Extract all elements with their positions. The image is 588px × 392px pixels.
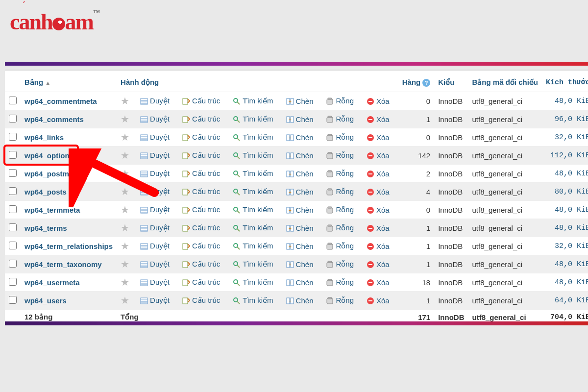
search-action[interactable]: Tìm kiếm (233, 151, 273, 160)
row-checkbox[interactable] (9, 187, 17, 195)
empty-action[interactable]: Rỗng (326, 223, 354, 232)
help-icon[interactable]: ? (422, 79, 430, 87)
structure-action[interactable]: Cấu trúc (182, 133, 220, 142)
structure-action[interactable]: Cấu trúc (182, 278, 220, 287)
favorite-star-icon[interactable]: ★ (121, 168, 129, 179)
drop-action[interactable]: Xóa (367, 242, 390, 250)
insert-action[interactable]: +Chèn (286, 187, 314, 196)
empty-action[interactable]: Rỗng (326, 260, 354, 269)
row-checkbox[interactable] (9, 296, 17, 304)
row-checkbox[interactable] (9, 97, 17, 104)
row-checkbox[interactable] (9, 133, 17, 141)
table-name-link[interactable]: wp64_term_taxonomy (24, 260, 102, 269)
favorite-star-icon[interactable]: ★ (121, 186, 129, 197)
structure-action[interactable]: Cấu trúc (182, 151, 220, 160)
drop-action[interactable]: Xóa (367, 169, 390, 178)
row-checkbox[interactable] (9, 278, 17, 286)
browse-action[interactable]: Duyệt (140, 296, 170, 305)
drop-action[interactable]: Xóa (367, 133, 390, 142)
structure-action[interactable]: Cấu trúc (182, 187, 220, 196)
search-action[interactable]: Tìm kiếm (233, 187, 273, 196)
favorite-star-icon[interactable]: ★ (121, 150, 129, 161)
search-action[interactable]: Tìm kiếm (233, 296, 273, 305)
favorite-star-icon[interactable]: ★ (121, 114, 129, 124)
insert-action[interactable]: +Chèn (286, 169, 314, 178)
empty-action[interactable]: Rỗng (326, 169, 354, 178)
empty-action[interactable]: Rỗng (326, 133, 354, 142)
drop-action[interactable]: Xóa (367, 296, 390, 305)
table-name-link[interactable]: wp64_usermeta (24, 278, 80, 287)
favorite-star-icon[interactable]: ★ (121, 241, 129, 251)
row-checkbox[interactable] (9, 223, 17, 231)
favorite-star-icon[interactable]: ★ (121, 96, 129, 106)
favorite-star-icon[interactable]: ★ (121, 132, 129, 143)
structure-action[interactable]: Cấu trúc (182, 242, 220, 250)
search-action[interactable]: Tìm kiếm (233, 260, 273, 269)
browse-action[interactable]: Duyệt (140, 205, 170, 214)
insert-action[interactable]: +Chèn (286, 133, 314, 142)
col-type[interactable]: Kiểu (434, 74, 468, 92)
row-checkbox[interactable] (9, 205, 17, 213)
drop-action[interactable]: Xóa (367, 97, 390, 105)
browse-action[interactable]: Duyệt (140, 187, 170, 196)
table-name-link[interactable]: wp64_term_relationships (24, 242, 113, 250)
row-checkbox[interactable] (9, 151, 17, 159)
table-name-link[interactable]: wp64_commentmeta (24, 97, 97, 105)
drop-action[interactable]: Xóa (367, 187, 390, 196)
search-action[interactable]: Tìm kiếm (233, 223, 273, 232)
table-name-link[interactable]: wp64_terms (24, 224, 67, 232)
search-action[interactable]: Tìm kiếm (233, 205, 273, 214)
empty-action[interactable]: Rỗng (326, 242, 354, 250)
insert-action[interactable]: +Chèn (286, 115, 314, 123)
browse-action[interactable]: Duyệt (140, 242, 170, 250)
browse-action[interactable]: Duyệt (140, 133, 170, 142)
col-rows[interactable]: Hàng? (398, 74, 435, 92)
table-name-link[interactable]: wp64_posts (24, 188, 67, 196)
structure-action[interactable]: Cấu trúc (182, 296, 220, 305)
favorite-star-icon[interactable]: ★ (121, 204, 129, 215)
insert-action[interactable]: +Chèn (286, 242, 314, 250)
row-checkbox[interactable] (9, 115, 17, 122)
empty-action[interactable]: Rỗng (326, 296, 354, 305)
empty-action[interactable]: Rỗng (326, 278, 354, 287)
insert-action[interactable]: +Chèn (286, 296, 314, 305)
favorite-star-icon[interactable]: ★ (121, 259, 129, 270)
row-checkbox[interactable] (9, 242, 17, 249)
col-size[interactable]: Kích thước (542, 74, 588, 92)
empty-action[interactable]: Rỗng (326, 115, 354, 123)
insert-action[interactable]: +Chèn (286, 151, 314, 160)
search-action[interactable]: Tìm kiếm (233, 115, 273, 123)
empty-action[interactable]: Rỗng (326, 205, 354, 214)
browse-action[interactable]: Duyệt (140, 223, 170, 232)
search-action[interactable]: Tìm kiếm (233, 242, 273, 250)
search-action[interactable]: Tìm kiếm (233, 133, 273, 142)
table-name-link[interactable]: wp64_postmeta (24, 170, 80, 178)
browse-action[interactable]: Duyệt (140, 278, 170, 287)
table-name-link[interactable]: wp64_options (24, 151, 74, 160)
drop-action[interactable]: Xóa (367, 223, 390, 232)
search-action[interactable]: Tìm kiếm (233, 97, 273, 105)
table-name-link[interactable]: wp64_comments (24, 115, 84, 123)
drop-action[interactable]: Xóa (367, 151, 390, 160)
empty-action[interactable]: Rỗng (326, 97, 354, 105)
browse-action[interactable]: Duyệt (140, 151, 170, 160)
structure-action[interactable]: Cấu trúc (182, 260, 220, 269)
search-action[interactable]: Tìm kiếm (233, 169, 273, 178)
favorite-star-icon[interactable]: ★ (121, 295, 129, 306)
structure-action[interactable]: Cấu trúc (182, 169, 220, 178)
insert-action[interactable]: +Chèn (286, 278, 314, 287)
col-table[interactable]: Bảng▲ (21, 74, 117, 92)
search-action[interactable]: Tìm kiếm (233, 278, 273, 287)
table-name-link[interactable]: wp64_links (24, 133, 64, 142)
row-checkbox[interactable] (9, 169, 17, 177)
insert-action[interactable]: +Chèn (286, 205, 314, 214)
favorite-star-icon[interactable]: ★ (121, 222, 129, 233)
structure-action[interactable]: Cấu trúc (182, 97, 220, 105)
structure-action[interactable]: Cấu trúc (182, 205, 220, 214)
insert-action[interactable]: +Chèn (286, 260, 314, 269)
drop-action[interactable]: Xóa (367, 278, 390, 287)
drop-action[interactable]: Xóa (367, 115, 390, 123)
empty-action[interactable]: Rỗng (326, 187, 354, 196)
browse-action[interactable]: Duyệt (140, 260, 170, 269)
favorite-star-icon[interactable]: ★ (121, 277, 129, 288)
